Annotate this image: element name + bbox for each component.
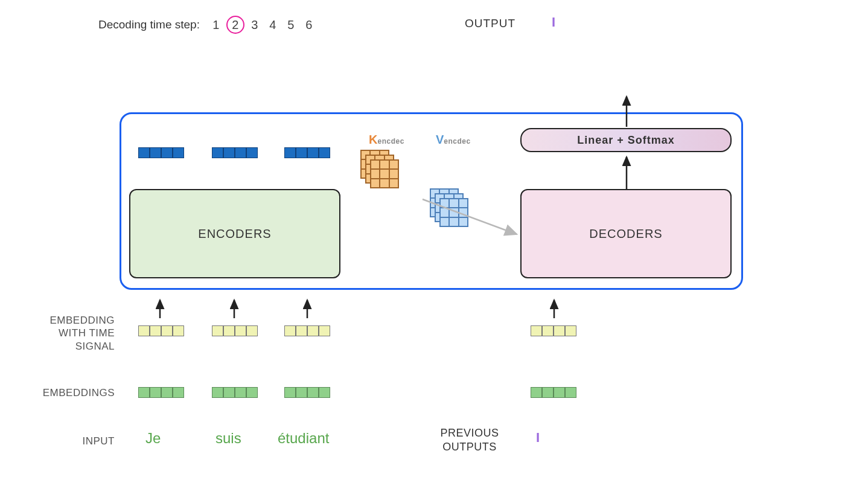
previous-outputs-label: PREVIOUSOUTPUTS: [433, 426, 506, 455]
timestep-3: 3: [247, 18, 263, 32]
timestep-4: 4: [265, 18, 281, 32]
v-sub: encdec: [444, 137, 470, 146]
v-label: V: [436, 133, 444, 146]
timestep-2-active: 2: [226, 16, 244, 34]
encoder-output-2: [212, 147, 258, 158]
timestep-1: 1: [208, 18, 224, 32]
emb-1: [138, 387, 184, 398]
emb-time-dec: [531, 325, 576, 336]
input-token-3: étudiant: [278, 430, 329, 447]
output-label: OUTPUT: [465, 17, 515, 30]
k-label: K: [369, 133, 377, 146]
encoder-output-1: [138, 147, 184, 158]
emb-time-2: [212, 325, 258, 336]
input-token-2: suis: [215, 430, 241, 447]
previous-output-token: I: [536, 430, 540, 446]
encoders-block: ENCODERS: [129, 189, 340, 278]
timestep-6: 6: [301, 18, 317, 32]
timestep-label: Decoding time step:: [98, 18, 200, 31]
encoder-output-3: [284, 147, 330, 158]
k-sub: encdec: [377, 137, 404, 146]
embeddings-label: EMBEDDINGS: [24, 386, 115, 399]
decoders-block: DECODERS: [520, 189, 732, 278]
decoders-label: DECODERS: [589, 227, 662, 241]
encoders-label: ENCODERS: [198, 227, 271, 241]
emb-3: [284, 387, 330, 398]
embedding-time-label: EMBEDDINGWITH TIMESIGNAL: [24, 314, 115, 353]
input-label: INPUT: [24, 435, 115, 447]
k-tensor-icon: [360, 150, 399, 188]
input-token-1: Je: [145, 430, 161, 447]
linear-softmax-block: Linear + Softmax: [520, 128, 732, 152]
emb-time-1: [138, 325, 184, 336]
emb-dec: [531, 387, 576, 398]
emb-2: [212, 387, 258, 398]
linear-softmax-label: Linear + Softmax: [577, 134, 675, 147]
v-tensor-icon: [430, 188, 468, 227]
emb-time-3: [284, 325, 330, 336]
timestep-5: 5: [283, 18, 299, 32]
output-token: I: [552, 14, 555, 30]
